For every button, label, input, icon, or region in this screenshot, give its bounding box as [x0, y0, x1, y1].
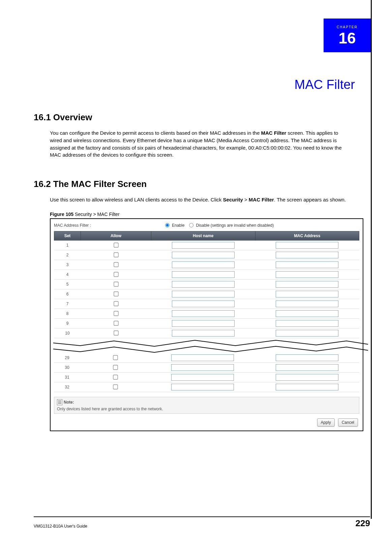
col-allow: Allow	[81, 231, 151, 240]
note-title: Note:	[64, 400, 74, 405]
host-cell	[150, 382, 255, 392]
host-input[interactable]	[172, 291, 235, 297]
mac-cell	[255, 372, 359, 382]
mac-cell	[255, 353, 359, 363]
host-cell	[150, 353, 255, 363]
table-row: 9	[54, 318, 359, 328]
allow-cell	[81, 279, 151, 289]
allow-cell	[81, 289, 151, 299]
host-input[interactable]	[172, 242, 235, 249]
mac-input[interactable]	[276, 271, 338, 278]
host-input[interactable]	[172, 320, 235, 327]
allow-checkbox[interactable]	[113, 355, 118, 360]
allow-checkbox[interactable]	[114, 243, 118, 248]
allow-checkbox[interactable]	[114, 311, 118, 316]
host-input[interactable]	[172, 261, 235, 268]
set-cell: 10	[54, 328, 81, 338]
host-input[interactable]	[172, 271, 235, 278]
host-cell	[151, 318, 255, 328]
mac-input[interactable]	[276, 291, 338, 297]
allow-checkbox[interactable]	[114, 321, 118, 326]
mac-input[interactable]	[276, 261, 338, 268]
allow-cell	[80, 353, 150, 363]
mac-cell	[255, 382, 359, 392]
host-input[interactable]	[171, 384, 234, 390]
footer: VMG1312-B10A User's Guide 229	[34, 518, 370, 529]
mac-input[interactable]	[276, 354, 338, 361]
allow-cell	[81, 250, 151, 260]
set-cell: 32	[54, 382, 80, 392]
allow-checkbox[interactable]	[114, 253, 118, 257]
host-cell	[151, 328, 255, 338]
chapter-number: 16	[338, 30, 356, 46]
allow-checkbox[interactable]	[114, 272, 118, 277]
allow-cell	[81, 260, 151, 270]
host-cell	[151, 279, 255, 289]
mac-input[interactable]	[276, 384, 338, 390]
allow-cell	[80, 362, 150, 372]
mac-cell	[255, 279, 359, 289]
mac-input[interactable]	[276, 364, 338, 371]
host-input[interactable]	[171, 354, 234, 361]
mac-input[interactable]	[276, 320, 338, 327]
mac-input[interactable]	[276, 310, 338, 317]
allow-checkbox[interactable]	[114, 331, 118, 336]
set-cell: 3	[54, 260, 81, 270]
host-input[interactable]	[172, 281, 235, 288]
disable-radio[interactable]	[189, 223, 193, 227]
allow-checkbox[interactable]	[113, 365, 118, 370]
mac-input[interactable]	[276, 374, 338, 381]
host-cell	[151, 299, 255, 309]
mac-input[interactable]	[276, 252, 338, 258]
mac-cell	[255, 270, 359, 279]
tear-icon	[53, 338, 368, 354]
mac-cell	[255, 328, 359, 338]
host-input[interactable]	[171, 374, 234, 381]
page-number: 229	[356, 518, 370, 529]
allow-checkbox[interactable]	[114, 302, 118, 306]
table-row: 31	[54, 372, 359, 382]
allow-checkbox[interactable]	[114, 282, 118, 287]
set-cell: 5	[54, 279, 81, 289]
disable-label: Disable (settings are invalid when disab…	[196, 223, 274, 228]
figure-caption: Figure 105 Security > MAC Filter	[50, 212, 358, 217]
set-cell: 2	[54, 250, 81, 260]
figure-number: Figure 105	[50, 212, 73, 217]
mac-table-continued: 29303132	[54, 353, 359, 392]
mac-cell	[255, 318, 359, 328]
set-cell: 8	[54, 309, 81, 318]
allow-checkbox[interactable]	[114, 292, 118, 296]
mac-input[interactable]	[276, 300, 338, 307]
body-text: You can configure the Device to permit a…	[50, 130, 261, 136]
section-16-2-heading: 16.2 The MAC Filter Screen	[34, 179, 358, 189]
table-row: 6	[54, 289, 359, 299]
host-input[interactable]	[172, 252, 235, 258]
host-input[interactable]	[172, 310, 235, 317]
mac-input[interactable]	[276, 242, 338, 249]
button-row: Apply Cancel	[54, 418, 358, 426]
body-text: . The screen appears as shown.	[274, 197, 346, 202]
section-16-1-body: You can configure the Device to permit a…	[50, 129, 352, 159]
table-row: 1	[54, 240, 359, 250]
cancel-button[interactable]: Cancel	[338, 418, 358, 426]
apply-button[interactable]: Apply	[317, 418, 335, 426]
allow-checkbox[interactable]	[113, 375, 118, 380]
mac-cell	[255, 260, 359, 270]
table-row: 5	[54, 279, 359, 289]
allow-checkbox[interactable]	[113, 385, 118, 389]
body-bold: MAC Filter	[249, 197, 274, 202]
host-cell	[151, 250, 255, 260]
host-input[interactable]	[172, 300, 235, 307]
allow-checkbox[interactable]	[114, 262, 118, 267]
body-text: >	[243, 197, 249, 202]
mac-cell	[255, 289, 359, 299]
mac-input[interactable]	[276, 330, 338, 337]
host-input[interactable]	[171, 364, 234, 371]
host-input[interactable]	[172, 330, 235, 337]
host-cell	[150, 372, 255, 382]
enable-radio[interactable]	[165, 223, 170, 227]
set-cell: 9	[54, 318, 81, 328]
host-cell	[151, 260, 255, 270]
mac-input[interactable]	[276, 281, 338, 288]
host-cell	[151, 289, 255, 299]
